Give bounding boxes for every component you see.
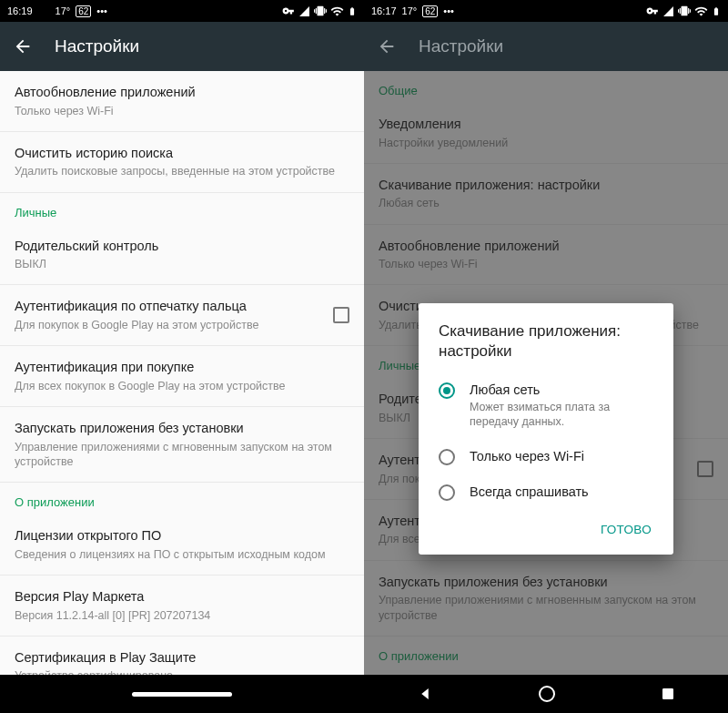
setting-purchase-auth[interactable]: Аутентификация при покупке Для всех поку… (0, 346, 364, 407)
vpn-icon (646, 5, 659, 17)
svg-rect-0 (663, 689, 673, 699)
nav-recent-icon[interactable] (661, 687, 675, 701)
signal-icon (298, 5, 310, 17)
setting-oss-licenses[interactable]: Лицензии открытого ПО Сведения о лицензи… (0, 514, 364, 575)
setting-version[interactable]: Версия Play Маркета Версия 11.2.14-all [… (0, 575, 364, 637)
fingerprint-checkbox[interactable] (333, 307, 349, 323)
vibrate-icon (314, 5, 327, 17)
dialog-title: Скачивание приложения: настройки (419, 321, 673, 372)
settings-list[interactable]: Автообновление приложений Только через W… (0, 71, 364, 675)
settings-list: Общие Уведомления Настройки уведомлений … (364, 71, 728, 675)
app-bar: Настройки (0, 22, 364, 71)
setting-fingerprint[interactable]: Аутентификация по отпечатку пальца Для п… (0, 285, 364, 346)
wifi-icon (694, 5, 708, 18)
phone-left: 16:19 17° 62 ••• Настройки Автообновлени… (0, 0, 364, 713)
radio-wifi-only[interactable]: Только через Wi-Fi (419, 439, 673, 474)
status-time: 16:19 (7, 5, 33, 16)
section-personal: Личные (0, 193, 364, 225)
status-dots: ••• (443, 5, 454, 16)
status-temp: 17° (402, 5, 418, 16)
nav-back-icon[interactable] (417, 686, 433, 702)
radio-icon[interactable] (439, 382, 455, 399)
wifi-icon (330, 5, 344, 18)
setting-certification[interactable]: Сертификация в Play Защите Устройство се… (0, 637, 364, 675)
radio-icon[interactable] (439, 484, 455, 501)
radio-any-network[interactable]: Любая сеть Может взиматься плата за пере… (419, 372, 673, 438)
nav-bar (364, 675, 728, 713)
phone-right: 16:17 17° 62 ••• Настройки Общие Уведомл… (364, 0, 728, 713)
download-pref-dialog: Скачивание приложения: настройки Любая с… (419, 303, 673, 555)
status-batt: 62 (422, 5, 438, 17)
setting-instant-apps[interactable]: Запускать приложения без установки Управ… (0, 407, 364, 483)
page-title: Настройки (419, 36, 503, 56)
section-about: О приложении (0, 483, 364, 514)
status-batt: 62 (76, 5, 91, 17)
signal-icon (662, 5, 674, 17)
app-bar: Настройки (364, 22, 728, 71)
vpn-icon (282, 5, 295, 17)
image-icon (38, 5, 50, 17)
radio-icon[interactable] (439, 449, 455, 465)
status-temp: 17° (56, 5, 71, 16)
nav-home-icon[interactable] (539, 686, 555, 702)
battery-icon (348, 5, 357, 18)
page-title: Настройки (55, 36, 139, 56)
battery-icon (712, 5, 721, 18)
status-time: 16:17 (371, 5, 397, 16)
setting-clear-search[interactable]: Очистить историю поиска Удалить поисковы… (0, 132, 364, 193)
back-icon[interactable] (377, 36, 397, 56)
status-dots: ••• (96, 5, 107, 16)
setting-parental[interactable]: Родительский контроль ВЫКЛ (0, 225, 364, 286)
nav-bar (0, 675, 364, 713)
vibrate-icon (678, 5, 691, 17)
status-bar: 16:19 17° 62 ••• (0, 0, 364, 22)
nav-home-pill[interactable] (132, 692, 232, 697)
setting-auto-update[interactable]: Автообновление приложений Только через W… (0, 71, 364, 132)
done-button[interactable]: ГОТОВО (592, 515, 661, 544)
status-bar: 16:17 17° 62 ••• (364, 0, 728, 22)
back-icon[interactable] (13, 36, 33, 56)
radio-always-ask[interactable]: Всегда спрашивать (419, 474, 673, 510)
